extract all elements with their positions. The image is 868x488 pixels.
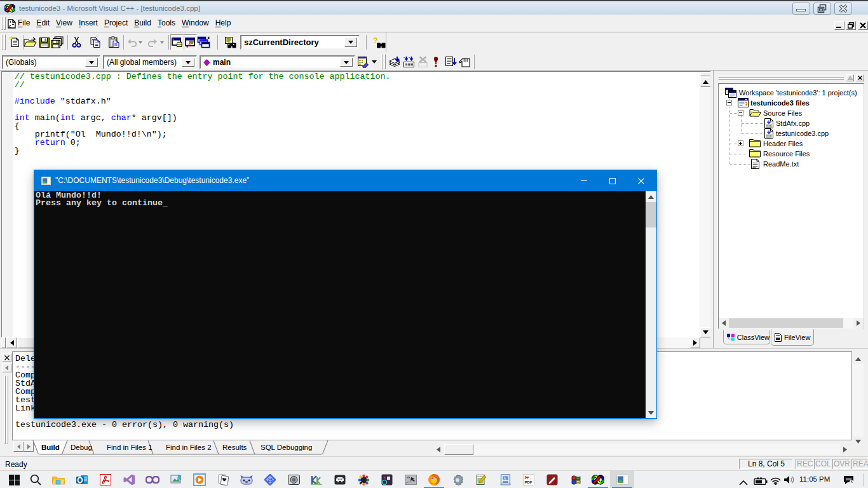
svg-text:SQL Debugging: SQL Debugging <box>261 444 312 451</box>
svg-text:Results: Results <box>222 444 247 451</box>
svg-text:Build: Build <box>41 444 60 451</box>
svg-text:A: A <box>503 477 506 480</box>
svg-text:Debug: Debug <box>71 444 92 451</box>
svg-text:PDF: PDF <box>525 480 532 484</box>
svg-text:Find in Files 2: Find in Files 2 <box>166 444 212 451</box>
svg-text:25: 25 <box>268 478 273 482</box>
svg-text:Find in Files 1: Find in Files 1 <box>107 444 153 451</box>
svg-text:I: I <box>525 475 526 480</box>
